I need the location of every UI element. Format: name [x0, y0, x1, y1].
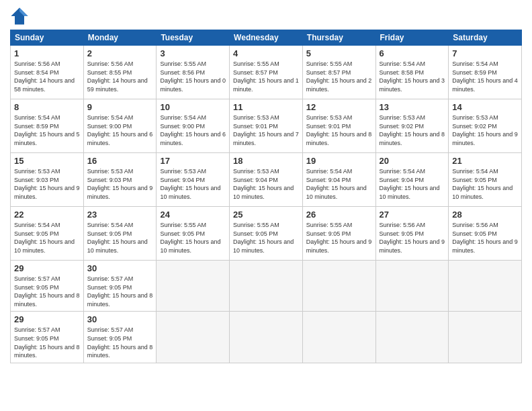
- day-cell-22: 22 Sunrise: 5:54 AM Sunset: 9:05 PM Dayl…: [11, 207, 84, 261]
- day-info: Sunrise: 5:55 AM Sunset: 9:05 PM Dayligh…: [233, 221, 299, 255]
- day-cell-16: 16 Sunrise: 5:53 AM Sunset: 9:03 PM Dayl…: [83, 153, 157, 207]
- day-info: Sunrise: 5:54 AM Sunset: 9:04 PM Dayligh…: [306, 167, 372, 201]
- day-info: Sunrise: 5:53 AM Sunset: 9:02 PM Dayligh…: [452, 113, 518, 147]
- day-info: Sunrise: 5:55 AM Sunset: 9:05 PM Dayligh…: [306, 221, 372, 255]
- day-number: 13: [380, 102, 445, 112]
- day-info: Sunrise: 5:53 AM Sunset: 9:01 PM Dayligh…: [306, 113, 372, 147]
- empty-cell: [230, 261, 303, 312]
- day-info: Sunrise: 5:54 AM Sunset: 9:05 PM Dayligh…: [452, 167, 518, 201]
- col-wednesday: Wednesday: [230, 30, 303, 46]
- day-number: 20: [380, 156, 445, 166]
- day-number: 11: [233, 102, 299, 112]
- col-friday: Friday: [375, 30, 449, 46]
- page: Sunday Monday Tuesday Wednesday Thursday…: [0, 0, 532, 411]
- day-cell-28: 28 Sunrise: 5:56 AM Sunset: 9:05 PM Dayl…: [449, 207, 522, 261]
- day-cell-13: 13 Sunrise: 5:53 AM Sunset: 9:02 PM Dayl…: [375, 99, 449, 153]
- empty-cell: [157, 261, 230, 312]
- day-number: 23: [87, 210, 153, 220]
- day-number: 29: [14, 263, 80, 273]
- day-info: Sunrise: 5:53 AM Sunset: 9:03 PM Dayligh…: [87, 167, 153, 201]
- calendar-week-2: 8 Sunrise: 5:54 AM Sunset: 8:59 PM Dayli…: [11, 99, 522, 153]
- day-info: Sunrise: 5:56 AM Sunset: 8:55 PM Dayligh…: [87, 60, 153, 93]
- col-saturday: Saturday: [449, 30, 522, 46]
- calendar-week-5: 29 Sunrise: 5:57 AM Sunset: 9:05 PM Dayl…: [11, 261, 522, 312]
- day-cell-26: 26 Sunrise: 5:55 AM Sunset: 9:05 PM Dayl…: [302, 207, 375, 261]
- day-cell-20: 20 Sunrise: 5:54 AM Sunset: 9:04 PM Dayl…: [375, 153, 449, 207]
- day-cell-27: 27 Sunrise: 5:56 AM Sunset: 9:05 PM Dayl…: [375, 207, 449, 261]
- day-info: Sunrise: 5:54 AM Sunset: 8:58 PM Dayligh…: [380, 60, 445, 93]
- header: [10, 7, 522, 26]
- day-number: 29: [14, 314, 80, 324]
- day-cell-19: 19 Sunrise: 5:54 AM Sunset: 9:04 PM Dayl…: [302, 153, 375, 207]
- calendar-week-4: 22 Sunrise: 5:54 AM Sunset: 9:05 PM Dayl…: [11, 207, 522, 261]
- day-info: Sunrise: 5:57 AM Sunset: 9:05 PM Dayligh…: [14, 326, 80, 359]
- day-number: 17: [160, 156, 226, 166]
- day-info: Sunrise: 5:54 AM Sunset: 9:04 PM Dayligh…: [380, 167, 445, 201]
- day-info: Sunrise: 5:54 AM Sunset: 9:05 PM Dayligh…: [14, 221, 80, 255]
- empty-cell: [449, 261, 522, 312]
- day-number: 10: [160, 102, 226, 112]
- day-cell-7: 7 Sunrise: 5:54 AM Sunset: 8:59 PM Dayli…: [449, 46, 522, 99]
- calendar-table: Sunday Monday Tuesday Wednesday Thursday…: [10, 30, 522, 363]
- day-info: Sunrise: 5:54 AM Sunset: 9:00 PM Dayligh…: [160, 113, 226, 147]
- day-cell-30: 30 Sunrise: 5:57 AM Sunset: 9:05 PM Dayl…: [83, 261, 157, 312]
- day-number: 12: [306, 102, 372, 112]
- day-number: 4: [233, 48, 299, 58]
- calendar-week-6: 29 Sunrise: 5:57 AM Sunset: 9:05 PM Dayl…: [11, 312, 522, 363]
- day-number: 1: [14, 48, 80, 58]
- day-info: Sunrise: 5:53 AM Sunset: 9:03 PM Dayligh…: [14, 167, 80, 201]
- empty-cell: [230, 312, 303, 363]
- day-cell-15: 15 Sunrise: 5:53 AM Sunset: 9:03 PM Dayl…: [11, 153, 84, 207]
- day-cell-23: 23 Sunrise: 5:54 AM Sunset: 9:05 PM Dayl…: [83, 207, 157, 261]
- day-number: 22: [14, 210, 80, 220]
- day-cell-29: 29 Sunrise: 5:57 AM Sunset: 9:05 PM Dayl…: [11, 312, 84, 363]
- day-info: Sunrise: 5:53 AM Sunset: 9:04 PM Dayligh…: [160, 167, 226, 201]
- day-cell-17: 17 Sunrise: 5:53 AM Sunset: 9:04 PM Dayl…: [157, 153, 230, 207]
- empty-cell: [375, 261, 449, 312]
- day-cell-11: 11 Sunrise: 5:53 AM Sunset: 9:01 PM Dayl…: [230, 99, 303, 153]
- day-cell-5: 5 Sunrise: 5:55 AM Sunset: 8:57 PM Dayli…: [302, 46, 375, 99]
- calendar-header-row: Sunday Monday Tuesday Wednesday Thursday…: [11, 30, 522, 46]
- day-info: Sunrise: 5:53 AM Sunset: 9:01 PM Dayligh…: [233, 113, 299, 147]
- day-number: 30: [87, 314, 153, 324]
- col-monday: Monday: [83, 30, 157, 46]
- logo: [10, 7, 32, 26]
- day-info: Sunrise: 5:55 AM Sunset: 8:56 PM Dayligh…: [160, 60, 226, 93]
- empty-cell: [302, 312, 375, 363]
- day-number: 14: [452, 102, 518, 112]
- col-tuesday: Tuesday: [157, 30, 230, 46]
- day-info: Sunrise: 5:54 AM Sunset: 8:59 PM Dayligh…: [14, 113, 80, 147]
- empty-cell: [375, 312, 449, 363]
- day-cell-24: 24 Sunrise: 5:55 AM Sunset: 9:05 PM Dayl…: [157, 207, 230, 261]
- day-info: Sunrise: 5:54 AM Sunset: 8:59 PM Dayligh…: [452, 60, 518, 93]
- day-cell-18: 18 Sunrise: 5:53 AM Sunset: 9:04 PM Dayl…: [230, 153, 303, 207]
- day-cell-3: 3 Sunrise: 5:55 AM Sunset: 8:56 PM Dayli…: [157, 46, 230, 99]
- day-number: 5: [306, 48, 372, 58]
- day-number: 6: [380, 48, 445, 58]
- day-cell-1: 1 Sunrise: 5:56 AM Sunset: 8:54 PM Dayli…: [11, 46, 84, 99]
- day-number: 2: [87, 48, 153, 58]
- day-cell-2: 2 Sunrise: 5:56 AM Sunset: 8:55 PM Dayli…: [83, 46, 157, 99]
- day-number: 25: [233, 210, 299, 220]
- day-number: 19: [306, 156, 372, 166]
- day-info: Sunrise: 5:57 AM Sunset: 9:05 PM Dayligh…: [14, 275, 80, 308]
- day-info: Sunrise: 5:54 AM Sunset: 9:05 PM Dayligh…: [87, 221, 153, 255]
- empty-cell: [449, 312, 522, 363]
- logo-icon: [10, 7, 29, 26]
- day-cell-21: 21 Sunrise: 5:54 AM Sunset: 9:05 PM Dayl…: [449, 153, 522, 207]
- day-cell-14: 14 Sunrise: 5:53 AM Sunset: 9:02 PM Dayl…: [449, 99, 522, 153]
- col-sunday: Sunday: [11, 30, 84, 46]
- day-info: Sunrise: 5:55 AM Sunset: 8:57 PM Dayligh…: [306, 60, 372, 93]
- day-info: Sunrise: 5:56 AM Sunset: 8:54 PM Dayligh…: [14, 60, 80, 93]
- day-number: 28: [452, 210, 518, 220]
- day-info: Sunrise: 5:53 AM Sunset: 9:04 PM Dayligh…: [233, 167, 299, 201]
- day-info: Sunrise: 5:57 AM Sunset: 9:05 PM Dayligh…: [87, 326, 153, 359]
- day-number: 8: [14, 102, 80, 112]
- day-info: Sunrise: 5:54 AM Sunset: 9:00 PM Dayligh…: [87, 113, 153, 147]
- day-cell-29: 29 Sunrise: 5:57 AM Sunset: 9:05 PM Dayl…: [11, 261, 84, 312]
- day-cell-6: 6 Sunrise: 5:54 AM Sunset: 8:58 PM Dayli…: [375, 46, 449, 99]
- col-thursday: Thursday: [302, 30, 375, 46]
- day-info: Sunrise: 5:53 AM Sunset: 9:02 PM Dayligh…: [380, 113, 445, 147]
- day-number: 3: [160, 48, 226, 58]
- day-number: 18: [233, 156, 299, 166]
